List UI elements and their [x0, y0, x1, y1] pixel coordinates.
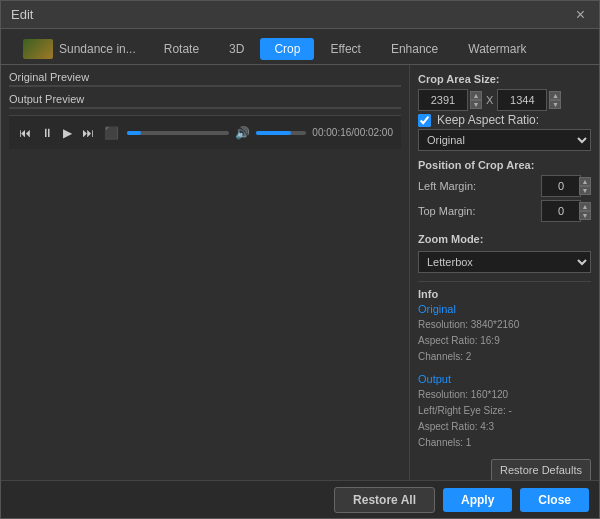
crop-area-section: Crop Area Size: ▲ ▼ X ▲ ▼ Ke	[418, 73, 591, 151]
left-margin-input[interactable]	[541, 175, 581, 197]
height-spinner: ▲ ▼	[549, 91, 561, 109]
info-title: Info	[418, 288, 591, 300]
left-margin-up-button[interactable]: ▲	[579, 177, 591, 186]
main-content: Original Preview + Output Preview	[1, 65, 599, 480]
width-up-button[interactable]: ▲	[470, 91, 482, 100]
output-resolution: Resolution: 160*120	[418, 387, 591, 403]
tab-effect[interactable]: Effect	[316, 38, 374, 60]
top-margin-label: Top Margin:	[418, 205, 475, 217]
keep-aspect-row: Keep Aspect Ratio:	[418, 113, 591, 127]
stop-button[interactable]: ⬛	[102, 126, 121, 140]
tab-thumbnail[interactable]: Sundance in...	[11, 35, 148, 63]
output-info-header: Output	[418, 373, 591, 385]
crop-handle-bottomright[interactable]	[308, 85, 316, 87]
action-bar: Restore All Apply Close	[1, 480, 599, 518]
crop-height-input[interactable]	[497, 89, 547, 111]
size-x-separator: X	[486, 94, 493, 106]
edit-window: Edit × Sundance in... Rotate 3D Crop Eff…	[0, 0, 600, 519]
top-margin-wrap: ▲ ▼	[541, 200, 591, 222]
right-panel: Crop Area Size: ▲ ▼ X ▲ ▼ Ke	[409, 65, 599, 480]
original-preview: +	[9, 85, 401, 87]
top-margin-input[interactable]	[541, 200, 581, 222]
crop-size-row: ▲ ▼ X ▲ ▼	[418, 89, 591, 111]
window-close-button[interactable]: ×	[572, 6, 589, 24]
output-channels: Channels: 1	[418, 435, 591, 451]
tab-rotate[interactable]: Rotate	[150, 38, 213, 60]
info-section: Info Original Resolution: 3840*2160 Aspe…	[418, 281, 591, 480]
thumbnail-preview	[23, 39, 53, 59]
crop-overlay[interactable]: +	[41, 86, 314, 87]
progress-fill	[127, 131, 141, 135]
position-section: Position of Crop Area: Left Margin: ▲ ▼ …	[418, 159, 591, 225]
crop-handle-topleft[interactable]	[39, 85, 47, 87]
crop-handle-bottomleft[interactable]	[39, 85, 47, 87]
original-info-group: Original Resolution: 3840*2160 Aspect Ra…	[418, 303, 591, 365]
height-down-button[interactable]: ▼	[549, 100, 561, 109]
tab-nav-group: Rotate 3D Crop Effect Enhance Watermark	[150, 38, 541, 60]
width-spinner: ▲ ▼	[470, 91, 482, 109]
title-bar: Edit ×	[1, 1, 599, 29]
left-margin-down-button[interactable]: ▼	[579, 186, 591, 195]
zoom-section: Zoom Mode: Letterbox Pan & Scan Full	[418, 233, 591, 273]
height-up-button[interactable]: ▲	[549, 91, 561, 100]
apply-button[interactable]: Apply	[443, 488, 512, 512]
original-preview-label: Original Preview	[9, 71, 401, 83]
top-margin-up-button[interactable]: ▲	[579, 202, 591, 211]
crop-width-input[interactable]	[418, 89, 468, 111]
output-eye-size: Left/Right Eye Size: -	[418, 403, 591, 419]
prev-button[interactable]: ⏮	[17, 126, 33, 140]
output-preview	[9, 107, 401, 109]
player-bar: ⏮ ⏸ ▶ ⏭ ⬛ 🔊 00:00:16/00:02:00	[9, 115, 401, 149]
restore-defaults-button[interactable]: Restore Defaults	[491, 459, 591, 480]
volume-bar[interactable]	[256, 131, 306, 135]
tab-3d[interactable]: 3D	[215, 38, 258, 60]
left-panel: Original Preview + Output Preview	[1, 65, 409, 480]
tab-thumbnail-label: Sundance in...	[59, 42, 136, 56]
original-aspect: Aspect Ratio: 16:9	[418, 333, 591, 349]
aspect-ratio-select[interactable]: Original 16:9 4:3 1:1	[418, 129, 591, 151]
volume-fill	[256, 131, 291, 135]
tab-crop[interactable]: Crop	[260, 38, 314, 60]
time-display: 00:00:16/00:02:00	[312, 127, 393, 138]
zoom-mode-select[interactable]: Letterbox Pan & Scan Full	[418, 251, 591, 273]
zoom-title: Zoom Mode:	[418, 233, 591, 245]
left-margin-spinner: ▲ ▼	[579, 177, 591, 195]
top-margin-row: Top Margin: ▲ ▼	[418, 200, 591, 222]
output-preview-label: Output Preview	[9, 93, 401, 105]
top-margin-spinner: ▲ ▼	[579, 202, 591, 220]
next-button[interactable]: ⏭	[80, 126, 96, 140]
original-info-header: Original	[418, 303, 591, 315]
tab-bar: Sundance in... Rotate 3D Crop Effect Enh…	[1, 29, 599, 65]
window-title: Edit	[11, 7, 33, 22]
width-down-button[interactable]: ▼	[470, 100, 482, 109]
close-button[interactable]: Close	[520, 488, 589, 512]
output-dark-overlay	[10, 108, 400, 109]
output-info-group: Output Resolution: 160*120 Left/Right Ey…	[418, 373, 591, 451]
crop-crosshair: +	[172, 85, 183, 87]
restore-all-button[interactable]: Restore All	[334, 487, 435, 513]
original-preview-section: Original Preview +	[9, 71, 401, 87]
crop-area-title: Crop Area Size:	[418, 73, 591, 85]
original-resolution: Resolution: 3840*2160	[418, 317, 591, 333]
progress-bar[interactable]	[127, 131, 229, 135]
keep-aspect-label: Keep Aspect Ratio:	[437, 113, 539, 127]
volume-icon: 🔊	[235, 126, 250, 140]
top-margin-down-button[interactable]: ▼	[579, 211, 591, 220]
left-margin-row: Left Margin: ▲ ▼	[418, 175, 591, 197]
tab-watermark[interactable]: Watermark	[454, 38, 540, 60]
output-preview-section: Output Preview	[9, 93, 401, 109]
play-button[interactable]: ▶	[61, 126, 74, 140]
play-pause-button[interactable]: ⏸	[39, 126, 55, 140]
left-margin-label: Left Margin:	[418, 180, 476, 192]
crop-handle-topright[interactable]	[308, 85, 316, 87]
keep-aspect-checkbox[interactable]	[418, 114, 431, 127]
left-margin-wrap: ▲ ▼	[541, 175, 591, 197]
original-channels: Channels: 2	[418, 349, 591, 365]
position-title: Position of Crop Area:	[418, 159, 591, 171]
tab-enhance[interactable]: Enhance	[377, 38, 452, 60]
output-aspect: Aspect Ratio: 4:3	[418, 419, 591, 435]
